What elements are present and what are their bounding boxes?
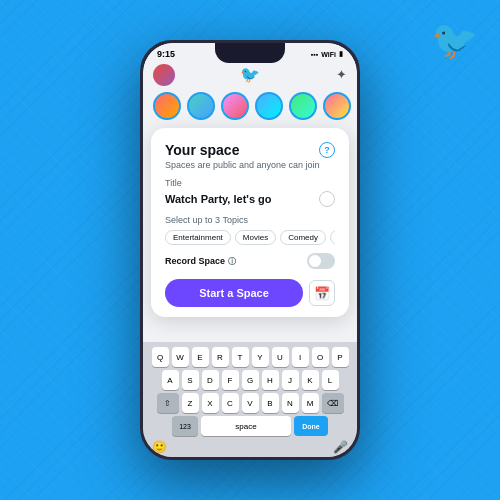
sparkle-icon[interactable]: ✦: [336, 67, 347, 82]
key-s[interactable]: S: [182, 370, 199, 390]
story-avatar-2[interactable]: [187, 92, 215, 120]
battery-icon: ▮: [339, 50, 343, 58]
emoji-row: 🙂 🎤: [146, 438, 354, 454]
key-y[interactable]: Y: [252, 347, 269, 367]
story-avatar-3[interactable]: [221, 92, 249, 120]
key-b[interactable]: B: [262, 393, 279, 413]
topic-entertainment[interactable]: Entertainment: [165, 230, 231, 245]
your-space-modal: Your space ? Spaces are public and anyon…: [151, 128, 349, 317]
schedule-icon[interactable]: 📅: [309, 280, 335, 306]
keyboard-row-2: A S D F G H J K L: [146, 370, 354, 390]
wifi-icon: WiFi: [321, 51, 336, 58]
status-time: 9:15: [157, 49, 175, 59]
key-d[interactable]: D: [202, 370, 219, 390]
key-m[interactable]: M: [302, 393, 319, 413]
keyboard: Q W E R T Y U I O P A S D: [143, 342, 357, 457]
key-k[interactable]: K: [302, 370, 319, 390]
key-r[interactable]: R: [212, 347, 229, 367]
modal-subtitle: Spaces are public and anyone can join: [165, 160, 335, 170]
key-u[interactable]: U: [272, 347, 289, 367]
phone-frame: 9:15 ▪▪▪ WiFi ▮ 🐦 ✦: [140, 40, 360, 460]
twitter-logo: 🐦: [240, 65, 260, 84]
key-w[interactable]: W: [172, 347, 189, 367]
topic-comedy[interactable]: Comedy: [280, 230, 326, 245]
space-key[interactable]: space: [201, 416, 291, 436]
key-f[interactable]: F: [222, 370, 239, 390]
story-avatar-5[interactable]: [289, 92, 317, 120]
topics-row: Entertainment Movies Comedy B: [165, 230, 335, 245]
key-v[interactable]: V: [242, 393, 259, 413]
title-input-value[interactable]: Watch Party, let's go: [165, 193, 272, 205]
keyboard-row-1: Q W E R T Y U I O P: [146, 347, 354, 367]
backspace-key[interactable]: ⌫: [322, 393, 344, 413]
story-avatar-4[interactable]: [255, 92, 283, 120]
record-toggle[interactable]: [307, 253, 335, 269]
signal-icon: ▪▪▪: [311, 51, 318, 58]
key-n[interactable]: N: [282, 393, 299, 413]
user-avatar[interactable]: [153, 64, 175, 86]
phone-notch: [215, 43, 285, 63]
status-icons: ▪▪▪ WiFi ▮: [311, 50, 343, 58]
story-avatar-1[interactable]: [153, 92, 181, 120]
done-key[interactable]: Done: [294, 416, 328, 436]
emoji-icon[interactable]: 🙂: [152, 440, 167, 454]
key-a[interactable]: A: [162, 370, 179, 390]
modal-title-row: Your space ?: [165, 142, 335, 158]
key-i[interactable]: I: [292, 347, 309, 367]
title-label: Title: [165, 178, 335, 188]
topic-more[interactable]: B: [330, 230, 335, 245]
record-label: Record Space ⓘ: [165, 256, 236, 267]
number-key[interactable]: 123: [172, 416, 198, 436]
story-avatar-6[interactable]: [323, 92, 351, 120]
key-q[interactable]: Q: [152, 347, 169, 367]
key-z[interactable]: Z: [182, 393, 199, 413]
shift-key[interactable]: ⇧: [157, 393, 179, 413]
toggle-knob: [309, 255, 321, 267]
title-input-row: Watch Party, let's go: [165, 191, 335, 207]
key-l[interactable]: L: [322, 370, 339, 390]
keyboard-row-3: ⇧ Z X C V B N M ⌫: [146, 393, 354, 413]
help-icon[interactable]: ?: [319, 142, 335, 158]
record-text: Record Space: [165, 256, 225, 266]
key-p[interactable]: P: [332, 347, 349, 367]
record-help-icon[interactable]: ⓘ: [228, 256, 236, 267]
key-c[interactable]: C: [222, 393, 239, 413]
key-t[interactable]: T: [232, 347, 249, 367]
topic-movies[interactable]: Movies: [235, 230, 276, 245]
record-space-row: Record Space ⓘ: [165, 253, 335, 269]
key-e[interactable]: E: [192, 347, 209, 367]
keyboard-bottom-row: 123 space Done: [146, 416, 354, 436]
story-row: [143, 88, 357, 124]
key-o[interactable]: O: [312, 347, 329, 367]
key-x[interactable]: X: [202, 393, 219, 413]
topics-label: Select up to 3 Topics: [165, 215, 335, 225]
background: 🐦 9:15 ▪▪▪ WiFi ▮ 🐦 ✦: [0, 0, 500, 500]
phone-screen: 9:15 ▪▪▪ WiFi ▮ 🐦 ✦: [143, 43, 357, 457]
key-g[interactable]: G: [242, 370, 259, 390]
start-space-button[interactable]: Start a Space: [165, 279, 303, 307]
twitter-logo-watermark: 🐦: [431, 18, 478, 62]
title-radio[interactable]: [319, 191, 335, 207]
start-btn-row: Start a Space 📅: [165, 279, 335, 307]
modal-title: Your space: [165, 142, 239, 158]
twitter-header: 🐦 ✦: [143, 61, 357, 88]
key-h[interactable]: H: [262, 370, 279, 390]
key-j[interactable]: J: [282, 370, 299, 390]
mic-icon[interactable]: 🎤: [333, 440, 348, 454]
